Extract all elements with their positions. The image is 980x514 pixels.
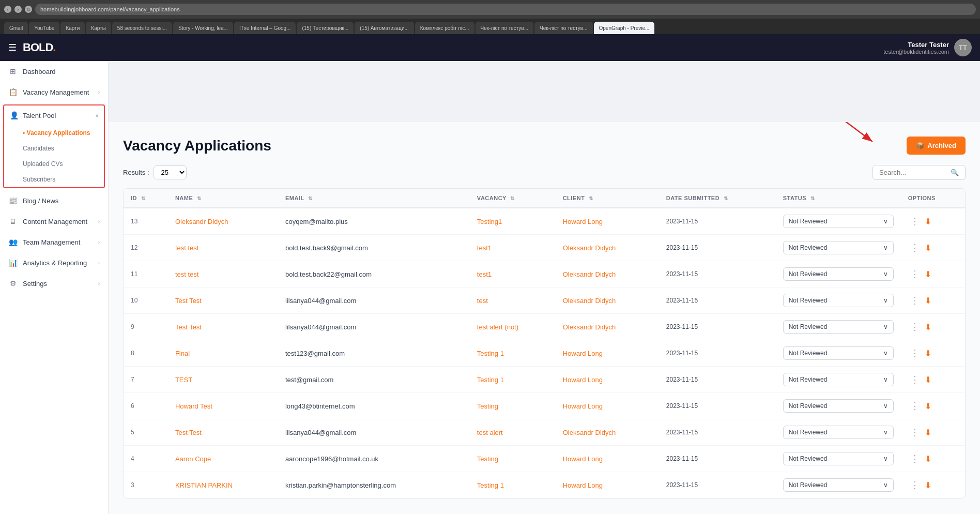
vacancy-link[interactable]: Testing 1 — [477, 481, 504, 489]
sidebar-item-content-management[interactable]: 🖥 Content Management › — [0, 211, 108, 232]
client-link[interactable]: Howard Long — [563, 481, 603, 489]
sidebar-item-settings[interactable]: ⚙ Settings › — [0, 273, 108, 294]
hamburger-icon[interactable]: ☰ — [8, 42, 17, 53]
client-link[interactable]: Howard Long — [563, 350, 603, 357]
tab-test1[interactable]: (15) Тестировщик... — [297, 22, 354, 34]
client-link[interactable]: Oleksandr Didych — [563, 244, 616, 252]
back-button[interactable]: ‹ — [4, 6, 11, 13]
client-link[interactable]: Howard Long — [563, 218, 603, 225]
options-menu-icon[interactable]: ⋮ — [908, 321, 922, 332]
options-menu-icon[interactable]: ⋮ — [908, 453, 922, 464]
tab-session[interactable]: 58 seconds to sessi... — [112, 22, 172, 34]
sidebar-item-talent-pool[interactable]: 👤 Talent Pool ∨ — [4, 105, 104, 125]
options-menu-icon[interactable]: ⋮ — [908, 295, 922, 306]
options-menu-icon[interactable]: ⋮ — [908, 268, 922, 280]
vacancy-link[interactable]: test alert (not) — [477, 323, 518, 331]
tab-check2[interactable]: Чек-ліст по тестув... — [534, 22, 592, 34]
name-link[interactable]: Final — [175, 350, 190, 357]
client-link[interactable]: Howard Long — [563, 455, 603, 463]
name-link[interactable]: Test Test — [175, 429, 202, 436]
tab-itxe[interactable]: ITxe Internal – Goog... — [234, 22, 296, 34]
name-link[interactable]: test test — [175, 270, 199, 278]
tab-gmail[interactable]: Gmail — [4, 22, 28, 34]
client-link[interactable]: Oleksandr Didych — [563, 297, 616, 305]
status-dropdown[interactable]: Not Reviewed ∨ — [783, 399, 894, 413]
name-link[interactable]: KRISTIAN PARKIN — [175, 481, 233, 489]
archived-button[interactable]: 📦 Archived — [907, 137, 966, 155]
options-menu-icon[interactable]: ⋮ — [908, 242, 922, 253]
client-link[interactable]: Oleksandr Didych — [563, 429, 616, 436]
name-link[interactable]: Howard Test — [175, 402, 212, 410]
vacancy-link[interactable]: Testing — [477, 402, 498, 410]
client-link[interactable]: Oleksandr Didych — [563, 323, 616, 331]
status-dropdown[interactable]: Not Reviewed ∨ — [783, 320, 894, 334]
forward-button[interactable]: › — [14, 6, 22, 13]
tab-complex[interactable]: Комплекс робіт піс... — [415, 22, 474, 34]
download-icon[interactable]: ⬇ — [925, 375, 931, 385]
tab-check1[interactable]: Чек-ліст по тестув... — [476, 22, 533, 34]
status-dropdown[interactable]: Not Reviewed ∨ — [783, 241, 894, 254]
sidebar-item-team-management[interactable]: 👥 Team Management › — [0, 232, 108, 252]
download-icon[interactable]: ⬇ — [925, 322, 931, 332]
download-icon[interactable]: ⬇ — [925, 428, 931, 437]
sidebar-item-vacancy-management[interactable]: 📋 Vacancy Management › — [0, 95, 108, 102]
sidebar-item-vacancy-applications[interactable]: Vacancy Applications — [4, 125, 104, 141]
vacancy-link[interactable]: Testing1 — [477, 218, 502, 225]
sidebar-item-subscribers[interactable]: Subscribers — [4, 172, 104, 187]
search-input[interactable] — [879, 169, 947, 176]
download-icon[interactable]: ⬇ — [925, 269, 931, 279]
tab-opengraph[interactable]: OpenGraph - Previe... — [594, 22, 655, 34]
status-dropdown[interactable]: Not Reviewed ∨ — [783, 373, 894, 386]
vacancy-link[interactable]: test — [477, 297, 488, 305]
client-link[interactable]: Oleksandr Didych — [563, 270, 616, 278]
sidebar-item-blog-news[interactable]: 📰 Blog / News — [0, 190, 108, 211]
options-menu-icon[interactable]: ⋮ — [908, 347, 922, 359]
vacancy-link[interactable]: test1 — [477, 244, 492, 252]
status-dropdown[interactable]: Not Reviewed ∨ — [783, 294, 894, 307]
status-dropdown[interactable]: Not Reviewed ∨ — [783, 426, 894, 439]
vacancy-link[interactable]: Testing 1 — [477, 350, 504, 357]
tab-maps1[interactable]: Карти — [60, 22, 85, 34]
name-link[interactable]: Oleksandr Didych — [175, 218, 228, 225]
name-link[interactable]: TEST — [175, 376, 192, 384]
status-dropdown[interactable]: Not Reviewed ∨ — [783, 215, 894, 228]
sidebar-item-analytics[interactable]: 📊 Analytics & Reporting › — [0, 252, 108, 273]
avatar[interactable]: TT — [954, 39, 972, 56]
options-menu-icon[interactable]: ⋮ — [908, 400, 922, 412]
vacancy-link[interactable]: Testing 1 — [477, 376, 504, 384]
sidebar-item-uploaded-cvs[interactable]: Uploaded CVs — [4, 156, 104, 172]
vacancy-link[interactable]: test alert — [477, 429, 503, 436]
status-dropdown[interactable]: Not Reviewed ∨ — [783, 478, 894, 492]
download-icon[interactable]: ⬇ — [925, 349, 931, 358]
download-icon[interactable]: ⬇ — [925, 296, 931, 306]
name-link[interactable]: Test Test — [175, 297, 202, 305]
status-dropdown[interactable]: Not Reviewed ∨ — [783, 267, 894, 281]
download-icon[interactable]: ⬇ — [925, 243, 931, 253]
status-dropdown[interactable]: Not Reviewed ∨ — [783, 346, 894, 360]
options-menu-icon[interactable]: ⋮ — [908, 479, 922, 491]
client-link[interactable]: Howard Long — [563, 376, 603, 384]
download-icon[interactable]: ⬇ — [925, 217, 931, 226]
results-per-page-select[interactable]: 25 50 100 — [154, 165, 187, 179]
download-icon[interactable]: ⬇ — [925, 480, 931, 490]
name-link[interactable]: test test — [175, 244, 199, 252]
vacancy-link[interactable]: Testing — [477, 455, 498, 463]
applications-table: ID ⇅ NAME ⇅ EMAIL ⇅ VACANCY ⇅ CLIENT ⇅ D… — [123, 188, 966, 498]
options-menu-icon[interactable]: ⋮ — [908, 427, 922, 438]
client-link[interactable]: Howard Long — [563, 402, 603, 410]
tab-maps2[interactable]: Карты — [86, 22, 111, 34]
vacancy-link[interactable]: test1 — [477, 270, 492, 278]
sidebar-item-candidates[interactable]: Candidates — [4, 141, 104, 156]
download-icon[interactable]: ⬇ — [925, 454, 931, 464]
refresh-button[interactable]: ↻ — [25, 6, 32, 13]
name-link[interactable]: Aaron Cope — [175, 455, 211, 463]
address-bar[interactable]: homebuildingjobboard.com/panel/vacancy_a… — [35, 4, 976, 15]
tab-story[interactable]: Story - Working, lea... — [173, 22, 233, 34]
options-menu-icon[interactable]: ⋮ — [908, 374, 922, 385]
download-icon[interactable]: ⬇ — [925, 401, 931, 411]
status-dropdown[interactable]: Not Reviewed ∨ — [783, 452, 894, 465]
tab-auto[interactable]: (15) Автоматизаци... — [355, 22, 414, 34]
options-menu-icon[interactable]: ⋮ — [908, 216, 922, 227]
tab-youtube[interactable]: YouTube — [29, 22, 59, 34]
name-link[interactable]: Test Test — [175, 323, 202, 331]
